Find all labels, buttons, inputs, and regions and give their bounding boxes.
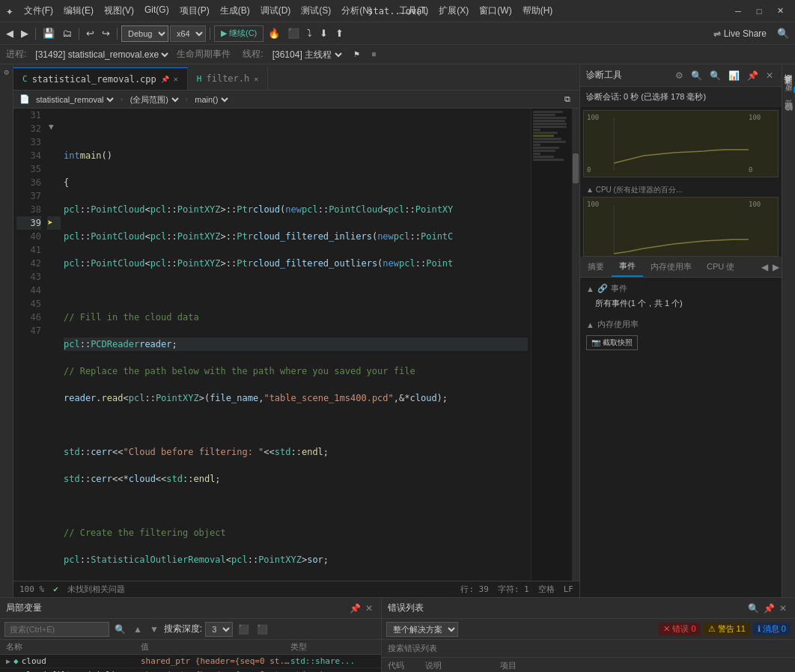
code-line-43: std::cerr << "Cloud before filtering: " … bbox=[64, 445, 528, 459]
locals-pin-btn[interactable]: 📌 bbox=[347, 602, 363, 614]
left-sidebar-icon-1[interactable]: ⚙ bbox=[4, 67, 9, 77]
liveshare-button[interactable]: ⇌ Live Share bbox=[707, 27, 773, 40]
menu-view[interactable]: 视图(V) bbox=[100, 3, 138, 19]
separator-4 bbox=[210, 28, 210, 40]
forward-button[interactable]: ▶ bbox=[18, 25, 31, 43]
tab-close-h[interactable]: ✕ bbox=[254, 75, 258, 83]
locals-title: 局部变量 bbox=[6, 602, 42, 614]
menu-build[interactable]: 生成(B) bbox=[216, 3, 255, 19]
undo-button[interactable]: ↩ bbox=[83, 25, 97, 43]
save-button[interactable]: 💾 bbox=[40, 25, 58, 43]
tab-summary[interactable]: 摘要 bbox=[580, 257, 612, 277]
minimize-button[interactable]: ─ bbox=[729, 4, 747, 19]
tab-icon-cpp: C bbox=[22, 74, 28, 84]
tab-events[interactable]: 事件 bbox=[612, 257, 643, 277]
fire-button[interactable]: 🔥 bbox=[265, 25, 283, 43]
scrollbar-thumb[interactable] bbox=[573, 153, 579, 183]
menu-extensions[interactable]: 扩展(X) bbox=[434, 3, 473, 19]
locals-extra-btn2[interactable]: ⬛ bbox=[255, 623, 270, 635]
locals-search-input[interactable] bbox=[4, 622, 109, 637]
tab-filter-h[interactable]: H filter.h ✕ bbox=[188, 67, 268, 90]
diag-zoom-out-btn[interactable]: 🔍 bbox=[707, 70, 723, 82]
thread-select[interactable]: [36104] 主线程 bbox=[269, 49, 344, 61]
tab-cpu[interactable]: CPU 使 bbox=[699, 257, 742, 277]
left-sidebar: ⚙ bbox=[0, 64, 13, 597]
events-header[interactable]: ▲ 🔗 事件 bbox=[586, 281, 776, 296]
right-sidebar-responsive[interactable]: 响应设计 bbox=[783, 114, 794, 120]
line-indicator: 行: 39 bbox=[460, 584, 489, 595]
code-editor[interactable]: 31 32 33 34 35 36 37 38 39 40 41 42 43 4… bbox=[13, 109, 531, 581]
tabs-prev-btn[interactable]: ◀ bbox=[759, 261, 770, 273]
continue-button[interactable]: ▶ 继续(C) bbox=[214, 25, 264, 42]
error-badge-errors[interactable]: ✕ 错误 0 bbox=[659, 623, 700, 635]
memory-header[interactable]: ▲ 内存使用率 bbox=[586, 317, 776, 332]
close-button[interactable]: ✕ bbox=[771, 4, 789, 19]
locals-close-btn[interactable]: ✕ bbox=[363, 602, 375, 614]
errors-search-btn[interactable]: 🔍 bbox=[746, 602, 761, 614]
locals-search-icon-btn[interactable]: 🔍 bbox=[112, 623, 128, 635]
process-select[interactable]: [31492] statistical_removal.exe bbox=[32, 49, 171, 61]
breadcrumb-file[interactable]: statistical_removal bbox=[33, 94, 116, 105]
breadcrumb-scope[interactable]: (全局范围) bbox=[127, 94, 181, 105]
step-into-button[interactable]: ⬇ bbox=[317, 25, 331, 43]
platform-select[interactable]: x64 bbox=[170, 25, 206, 42]
snapshot-button[interactable]: 📷 截取快照 bbox=[586, 335, 638, 350]
memory-title: 内存使用率 bbox=[597, 319, 639, 330]
diag-zoom-in-btn[interactable]: 🔍 bbox=[689, 70, 704, 82]
right-sidebar-git[interactable]: Git 更改 bbox=[783, 94, 794, 113]
zoom-level[interactable]: 100 % bbox=[19, 584, 44, 594]
menu-debug[interactable]: 调试(D) bbox=[256, 3, 296, 19]
tabs-next-btn[interactable]: ▶ bbox=[770, 261, 782, 273]
error-badge-warnings[interactable]: ⚠ 警告 11 bbox=[704, 623, 750, 635]
diag-close-btn[interactable]: ✕ bbox=[764, 70, 776, 82]
locals-down-btn[interactable]: ▼ bbox=[147, 623, 161, 635]
menu-file[interactable]: 文件(F) bbox=[19, 3, 58, 19]
expand-cloud[interactable]: ▶ bbox=[6, 657, 10, 665]
breadcrumb-function[interactable]: main() bbox=[192, 94, 231, 105]
maximize-button[interactable]: □ bbox=[750, 4, 768, 19]
redo-button[interactable]: ↪ bbox=[99, 25, 113, 43]
right-sidebar-diagnostics[interactable]: 诊断工具 bbox=[782, 87, 795, 93]
editor-tab-bar: C statistical_removal.cpp 📌 ✕ H filter.h… bbox=[13, 64, 579, 91]
tab-statistical-removal-cpp[interactable]: C statistical_removal.cpp 📌 ✕ bbox=[13, 67, 188, 90]
locals-row-cloud[interactable]: ▶◆cloud shared_ptr {header={seq=0 st... … bbox=[0, 655, 381, 668]
locals-panel: 局部变量 📌 ✕ 🔍 ▲ ▼ 搜索深度: 3 ⬛ ⬛ 名称 值 类型 ▶◆clo… bbox=[0, 598, 382, 672]
locals-row-inliers[interactable]: ▶◆cloud_filtered_inli... shared_ptr {hea… bbox=[0, 668, 381, 672]
editor-scrollbar[interactable] bbox=[572, 109, 579, 581]
thread-extra-btn[interactable]: ⚑ bbox=[350, 46, 363, 64]
debug-extra-button[interactable]: ⬛ bbox=[284, 25, 302, 43]
split-editor-btn[interactable]: ⧉ bbox=[561, 91, 573, 109]
errors-pin-btn[interactable]: 📌 bbox=[761, 602, 777, 614]
locals-up-btn[interactable]: ▲ bbox=[131, 623, 144, 635]
search-button[interactable]: 🔍 bbox=[774, 25, 792, 43]
save-all-button[interactable]: 🗂 bbox=[59, 25, 75, 43]
diag-chart-btn[interactable]: 📊 bbox=[726, 70, 742, 82]
menu-edit[interactable]: 编辑(E) bbox=[59, 3, 98, 19]
code-area: 31 32 33 34 35 36 37 38 39 40 41 42 43 4… bbox=[13, 109, 579, 581]
diag-settings-btn[interactable]: ⚙ bbox=[673, 70, 686, 82]
frame-btn[interactable]: ≡ bbox=[369, 46, 380, 64]
step-over-button[interactable]: ⤵ bbox=[304, 25, 315, 43]
tab-memory-usage[interactable]: 内存使用率 bbox=[643, 257, 699, 277]
depth-select[interactable]: 3 bbox=[205, 622, 233, 637]
error-badge-info[interactable]: ℹ 消息 0 bbox=[753, 623, 791, 635]
memory-chart-svg: 100 0 100 0 bbox=[584, 111, 778, 178]
errors-close-btn[interactable]: ✕ bbox=[777, 602, 789, 614]
fold-icon-32[interactable]: ▼ bbox=[49, 122, 54, 132]
step-out-button[interactable]: ⬆ bbox=[332, 25, 347, 43]
diag-pin-btn[interactable]: 📌 bbox=[745, 70, 761, 82]
back-button[interactable]: ◀ bbox=[3, 25, 16, 43]
menu-help[interactable]: 帮助(H) bbox=[518, 3, 558, 19]
menu-test[interactable]: 测试(S) bbox=[296, 3, 335, 19]
minimap-line bbox=[533, 114, 555, 116]
menu-git[interactable]: Git(G) bbox=[140, 3, 174, 19]
diagnostics-panel: 诊断工具 ⚙ 🔍 🔍 📊 📌 ✕ 诊断会话: 0 秒 (已选择 178 毫秒) … bbox=[579, 64, 782, 597]
menu-project[interactable]: 项目(P) bbox=[175, 3, 214, 19]
scope-select[interactable]: 整个解决方案 bbox=[386, 622, 458, 637]
menu-window[interactable]: 窗口(W) bbox=[475, 3, 516, 19]
code-content[interactable]: int main() { pcl::PointCloud<pcl::PointX… bbox=[61, 109, 531, 581]
tab-close-cpp[interactable]: ✕ bbox=[174, 75, 178, 83]
debug-config-select[interactable]: Debug bbox=[121, 25, 168, 42]
locals-extra-btn1[interactable]: ⬛ bbox=[236, 623, 252, 635]
code-line-40: // Replace the path below with the path … bbox=[64, 364, 528, 378]
